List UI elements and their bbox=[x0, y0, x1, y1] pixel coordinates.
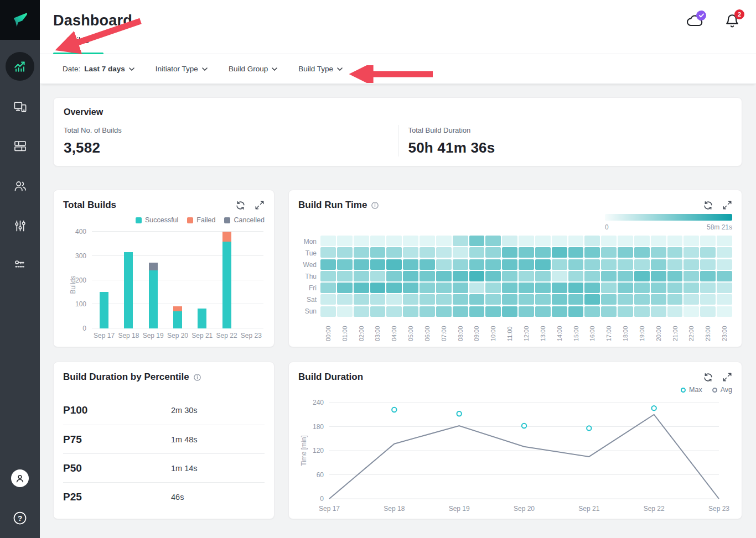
heatmap-cell bbox=[485, 271, 501, 281]
heatmap-cell bbox=[667, 283, 683, 293]
heatmap-cell bbox=[634, 306, 650, 317]
bar-stack bbox=[173, 306, 182, 328]
heatmap-cell bbox=[436, 271, 452, 281]
heatmap-cell bbox=[717, 294, 732, 305]
heatmap-cell bbox=[683, 294, 699, 305]
y-tick-label: 200 bbox=[75, 276, 86, 284]
filter-build-type[interactable]: Build Type bbox=[298, 65, 343, 73]
heatmap-cell bbox=[453, 236, 468, 246]
notifications-button[interactable]: 2 bbox=[725, 13, 739, 31]
heatmap-cell bbox=[651, 306, 666, 317]
heatmap-cell bbox=[568, 271, 584, 281]
heatmap-cell bbox=[618, 247, 633, 258]
heatmap-row-label: Mon bbox=[298, 236, 320, 247]
expand-button[interactable] bbox=[255, 200, 265, 210]
sidebar-item-help[interactable]: ? bbox=[0, 509, 40, 527]
bar-column bbox=[141, 232, 165, 328]
table-row: P25 46s bbox=[63, 482, 265, 511]
expand-button[interactable] bbox=[722, 372, 732, 382]
stat-total-duration: Total Build Duration 50h 41m 36s bbox=[398, 125, 732, 156]
legend-label: Cancelled bbox=[234, 216, 265, 224]
info-icon[interactable] bbox=[371, 201, 379, 210]
heatmap-cell bbox=[370, 259, 386, 270]
legend-swatch bbox=[224, 217, 230, 223]
chevron-down-icon bbox=[202, 67, 208, 71]
cloud-status-button[interactable] bbox=[686, 14, 704, 30]
heatmap-cell bbox=[535, 247, 551, 258]
max-point bbox=[457, 411, 461, 416]
filter-build-group[interactable]: Build Group bbox=[229, 65, 277, 73]
legend-label: Max bbox=[689, 386, 702, 394]
sidebar-item-dashboards[interactable] bbox=[0, 137, 40, 155]
card-title: Total Builds bbox=[63, 200, 116, 211]
refresh-button[interactable] bbox=[703, 200, 713, 211]
heatmap-cell bbox=[552, 236, 567, 246]
filter-initiator-type[interactable]: Initiator Type bbox=[156, 65, 208, 73]
table-row: P75 1m 48s bbox=[63, 425, 265, 453]
heatmap-cell bbox=[370, 283, 386, 293]
sidebar-item-account[interactable] bbox=[0, 469, 40, 488]
check-icon bbox=[699, 13, 704, 18]
heatmap-cell bbox=[485, 259, 501, 270]
sidebar-item-insights[interactable] bbox=[6, 52, 34, 81]
legend-item: Failed bbox=[187, 216, 215, 224]
filter-bar: Date: Last 7 days Initiator Type Build G… bbox=[40, 54, 756, 84]
heatmap-cell bbox=[584, 259, 600, 270]
sidebar-item-credentials[interactable] bbox=[0, 255, 40, 274]
heatmap-col-label: 09:00 bbox=[473, 319, 480, 341]
refresh-button[interactable] bbox=[703, 372, 713, 383]
percentile-value: 1m 14s bbox=[171, 464, 265, 473]
heatmap-cell bbox=[337, 306, 353, 317]
sidebar-item-controls[interactable] bbox=[0, 216, 40, 235]
gradient-scale bbox=[605, 214, 732, 221]
heatmap-cell bbox=[634, 271, 650, 281]
sidebar-item-people[interactable] bbox=[0, 176, 40, 195]
heatmap-col-label: 11:00 bbox=[506, 319, 513, 341]
heatmap-cell bbox=[453, 306, 468, 317]
app-logo[interactable] bbox=[0, 0, 40, 40]
stat-label: Total Build Duration bbox=[408, 126, 732, 134]
svg-text:Sep 18: Sep 18 bbox=[384, 505, 405, 513]
max-point bbox=[392, 408, 396, 412]
heatmap-cell bbox=[403, 259, 418, 270]
x-tick-label: Sep 22 bbox=[214, 332, 239, 339]
heatmap-col-label: 15:00 bbox=[573, 319, 579, 341]
expand-button[interactable] bbox=[722, 200, 732, 210]
x-tick-label: Sep 20 bbox=[165, 332, 190, 339]
svg-text:Sep 19: Sep 19 bbox=[449, 505, 470, 513]
heatmap-cell bbox=[469, 247, 485, 258]
legend-label: Failed bbox=[196, 216, 215, 224]
svg-text:0: 0 bbox=[320, 495, 324, 503]
heatmap-cell bbox=[453, 283, 468, 293]
heatmap-cell bbox=[700, 236, 716, 246]
heatmap-cell bbox=[403, 283, 418, 293]
heatmap-row-labels: MonTueWedThuFriSatSun bbox=[298, 236, 320, 317]
heatmap-cell bbox=[568, 294, 584, 305]
heatmap-cell bbox=[584, 271, 600, 281]
filter-date[interactable]: Date: Last 7 days bbox=[63, 65, 134, 73]
filter-date-label: Date: bbox=[63, 65, 80, 73]
heatmap-cell bbox=[683, 259, 699, 270]
sidebar-item-apps[interactable] bbox=[0, 97, 40, 116]
heatmap-cell bbox=[601, 236, 617, 246]
heatmap-cell bbox=[618, 306, 633, 317]
heatmap-row-label: Sat bbox=[298, 294, 320, 305]
heatmap-cell bbox=[717, 236, 732, 246]
tab-builds[interactable]: Builds bbox=[53, 35, 103, 54]
heatmap-cell bbox=[535, 271, 551, 281]
refresh-button[interactable] bbox=[235, 200, 246, 211]
total-builds-card: Total Builds SuccessfulFailedCancelled bbox=[53, 190, 275, 347]
heatmap-cell bbox=[370, 306, 386, 317]
info-icon[interactable] bbox=[193, 373, 201, 382]
heatmap-cell bbox=[634, 294, 650, 305]
heatmap-cell bbox=[519, 236, 534, 246]
bar-chart-x-labels: Sep 17Sep 18Sep 19Sep 20Sep 21Sep 22Sep … bbox=[92, 332, 263, 339]
heatmap-cell bbox=[403, 236, 418, 246]
heatmap-cell bbox=[535, 306, 551, 317]
heatmap-cell bbox=[436, 236, 452, 246]
percentile-label: P25 bbox=[63, 491, 171, 503]
heatmap-cell bbox=[651, 271, 666, 281]
heatmap-cell bbox=[453, 294, 468, 305]
heatmap-col-label: 20:00 bbox=[655, 319, 662, 341]
legend-item: Successful bbox=[136, 216, 178, 224]
